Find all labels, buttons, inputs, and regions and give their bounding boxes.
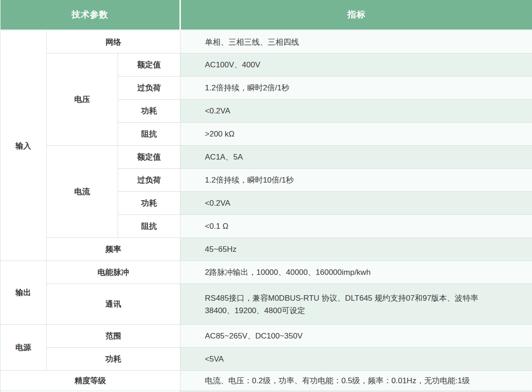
- row-label: 额定值: [118, 53, 180, 77]
- group-label-input: 输入: [0, 30, 47, 261]
- row-current-rated: 电流 额定值 AC1A、5A: [0, 146, 532, 169]
- row-label: 电能脉冲: [47, 261, 180, 284]
- row-label: 阻抗: [118, 215, 180, 238]
- row-frequency: 频率 45~65Hz: [0, 238, 532, 261]
- group-label-current: 电流: [47, 146, 118, 238]
- row-value: 45~65Hz: [180, 238, 532, 261]
- row-network: 输入 网络 单相、三相三线、三相四线: [0, 30, 532, 53]
- row-label: 精度等级: [0, 371, 180, 391]
- row-accuracy: 精度等级 电流、电压：0.2级，功率、有功电能：0.5级，频率：0.01Hz，无…: [0, 371, 532, 391]
- group-label-output: 输出: [0, 261, 47, 325]
- row-value: 2路脉冲输出，10000、40000、160000imp/kwh: [180, 261, 532, 284]
- row-value: 1.2倍持续，瞬时2倍/1秒: [180, 77, 532, 100]
- row-supply-consumption: 功耗 <5VA: [0, 348, 532, 371]
- row-value: 单相、三相三线、三相四线: [180, 30, 532, 53]
- row-value: <0.2VA: [180, 192, 532, 215]
- row-value: <0.2VA: [180, 100, 532, 123]
- row-label: 通讯: [47, 284, 180, 325]
- row-value: <5VA: [180, 348, 532, 371]
- spec-table: 技术参数 指标 输入 网络 单相、三相三线、三相四线 电压 额定值 AC100V…: [0, 0, 532, 392]
- row-value: AC85~265V、DC100~350V: [180, 325, 532, 348]
- row-voltage-rated: 电压 额定值 AC100V、400V: [0, 53, 532, 77]
- row-value: RS485接口，兼容M0DBUS-RTU 协议、DLT645 规约支持07和97…: [180, 284, 532, 325]
- header-indicator: 指标: [180, 0, 532, 30]
- row-communication: 通讯 RS485接口，兼容M0DBUS-RTU 协议、DLT645 规约支持07…: [0, 284, 532, 325]
- row-label: 功耗: [47, 348, 180, 371]
- row-label: 功耗: [118, 100, 180, 123]
- row-label: 过负荷: [118, 169, 180, 192]
- row-label: 阻抗: [118, 123, 180, 146]
- spec-sheet: 技术参数 指标 输入 网络 单相、三相三线、三相四线 电压 额定值 AC100V…: [0, 0, 532, 392]
- header-params: 技术参数: [0, 0, 180, 30]
- row-value: >200 kΩ: [180, 123, 532, 146]
- row-value: AC1A、5A: [180, 146, 532, 169]
- row-label: 范围: [47, 325, 180, 348]
- row-label: 额定值: [118, 146, 180, 169]
- row-supply-range: 电源 范围 AC85~265V、DC100~350V: [0, 325, 532, 348]
- group-label-voltage: 电压: [47, 53, 118, 146]
- row-label: 频率: [47, 238, 180, 261]
- row-label: 过负荷: [118, 77, 180, 100]
- row-label: 网络: [47, 30, 180, 53]
- row-value: 电流、电压：0.2级，功率、有功电能：0.5级，频率：0.01Hz，无功电能:1…: [180, 371, 532, 391]
- header-row: 技术参数 指标: [0, 0, 532, 30]
- row-value: 1.2倍持续，瞬时10倍/1秒: [180, 169, 532, 192]
- row-value: <0.1 Ω: [180, 215, 532, 238]
- row-label: 功耗: [118, 192, 180, 215]
- row-value: AC100V、400V: [180, 53, 532, 77]
- group-label-power: 电源: [0, 325, 47, 371]
- row-energy-pulse: 输出 电能脉冲 2路脉冲输出，10000、40000、160000imp/kwh: [0, 261, 532, 284]
